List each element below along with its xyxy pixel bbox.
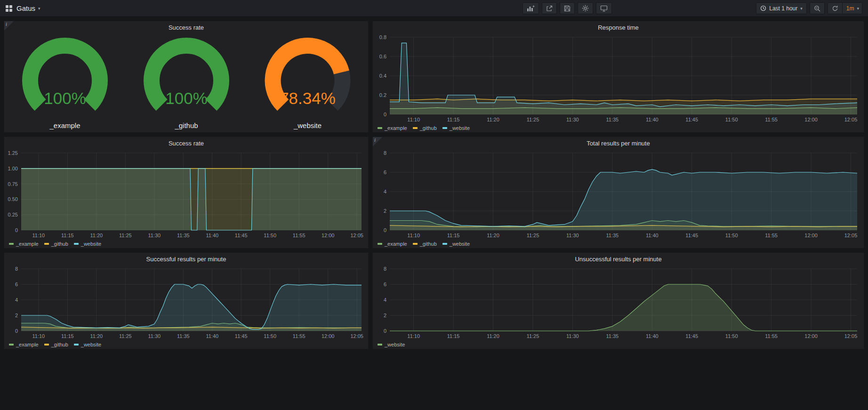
svg-text:11:35: 11:35 [606,333,619,339]
share-icon [546,5,553,12]
refresh-button[interactable]: 1m ▾ [828,2,862,14]
time-range-button[interactable]: Last 1 hour ▾ [756,2,807,14]
legend-swatch [378,243,382,245]
legend-item[interactable]: _example [9,342,39,347]
chart-svg: 0246811:1011:1511:2011:2511:3011:3511:40… [373,265,864,340]
svg-text:11:10: 11:10 [407,117,420,122]
add-panel-button[interactable] [522,2,539,14]
legend-item[interactable]: _example [378,125,407,131]
legend-item[interactable]: _github [413,241,437,247]
svg-text:11:40: 11:40 [646,333,659,339]
navbar-left: Gatus ▾ [6,4,40,12]
svg-text:0.50: 0.50 [8,196,18,202]
zoom-out-button[interactable] [810,2,825,14]
gauge-chart: 100% [126,35,247,121]
panel-info-icon[interactable] [4,21,14,31]
svg-text:1.25: 1.25 [8,150,18,156]
legend-item[interactable]: _github [44,241,68,247]
legend-item[interactable]: _website [442,125,470,131]
svg-text:11:40: 11:40 [646,117,659,122]
svg-text:6: 6 [384,281,386,287]
panel-legend: _example_github_website [4,240,368,248]
svg-text:11:10: 11:10 [407,233,420,238]
refresh-interval-label[interactable]: 1m [842,2,854,14]
cycle-view-button[interactable] [596,2,612,14]
panel-legend: _example_github_website [373,124,864,132]
legend-item[interactable]: _github [44,342,68,347]
gauge-label: _example [49,121,80,129]
svg-text:12:00: 12:00 [804,117,818,122]
panel-title[interactable]: Successful results per minute [4,253,368,265]
panel-title-text: Success rate [169,140,204,147]
svg-text:2: 2 [384,313,386,318]
chart-total-results[interactable]: 0246811:1011:1511:2011:2511:3011:3511:40… [373,149,864,240]
svg-text:0: 0 [384,227,386,233]
chart-response-time[interactable]: 00.20.40.60.811:1011:1511:2011:2511:3011… [373,33,864,124]
svg-text:100%: 100% [165,89,208,107]
legend-item[interactable]: _website [378,342,405,347]
svg-text:78.34%: 78.34% [280,89,336,107]
settings-button[interactable] [578,2,593,14]
legend-swatch [9,243,14,245]
time-range-label: Last 1 hour [769,5,797,12]
legend-swatch [442,243,447,245]
chart-success-rate[interactable]: 00.250.500.751.001.2511:1011:1511:2011:2… [4,149,368,240]
chart-successful-results[interactable]: 0246811:1011:1511:2011:2511:3011:3511:40… [4,265,368,340]
legend-swatch [378,344,382,346]
gauge-svg: 100% [126,35,247,121]
svg-text:0.75: 0.75 [8,181,18,187]
gauge-example: 100% _example [4,35,126,132]
svg-text:11:40: 11:40 [646,233,659,238]
svg-text:12:00: 12:00 [321,333,335,339]
svg-text:11:20: 11:20 [90,233,103,238]
panel-title[interactable]: Total results per minute [373,137,864,149]
svg-text:0: 0 [384,328,386,334]
panel-title[interactable]: Success rate [4,21,368,33]
svg-text:0.2: 0.2 [379,92,386,98]
save-button[interactable] [560,2,575,14]
legend-item[interactable]: _website [74,241,101,247]
panel-title-text: Success rate [169,24,204,31]
svg-text:11:20: 11:20 [90,333,103,339]
panel-title[interactable]: Unsuccessful results per minute [373,253,864,265]
svg-text:11:10: 11:10 [32,333,45,339]
svg-text:11:20: 11:20 [487,333,499,339]
legend-item[interactable]: _example [378,241,407,247]
panel-title[interactable]: Response time [373,21,864,33]
legend-item[interactable]: _website [74,342,101,347]
svg-text:4: 4 [384,297,386,303]
svg-text:0: 0 [384,112,386,117]
dashboard-caret-icon[interactable]: ▾ [38,6,40,11]
legend-item[interactable]: _github [413,125,437,131]
legend-item[interactable]: _website [442,241,470,247]
svg-text:1.00: 1.00 [8,166,18,171]
svg-text:12:05: 12:05 [844,333,858,339]
legend-item[interactable]: _example [9,241,39,247]
save-icon [564,5,571,12]
svg-text:0.8: 0.8 [379,34,386,40]
panel-successful-results: Successful results per minute 0246811:10… [4,252,369,349]
chart-unsuccessful-results[interactable]: 0246811:1011:1511:2011:2511:3011:3511:40… [373,265,864,340]
panel-title[interactable]: Success rate [4,137,368,149]
panel-success-rate-gauges: Success rate 100% _example 100% _github … [4,21,369,133]
svg-text:11:20: 11:20 [487,117,499,122]
panel-info-icon[interactable] [373,137,382,146]
svg-text:11:45: 11:45 [235,333,248,339]
legend-swatch [442,127,447,129]
svg-text:11:15: 11:15 [61,233,74,238]
chart-svg: 00.250.500.751.001.2511:1011:1511:2011:2… [4,149,368,240]
dashboards-grid-icon[interactable] [6,5,12,12]
svg-text:11:50: 11:50 [264,333,276,339]
svg-text:11:25: 11:25 [119,333,132,339]
share-button[interactable] [542,2,557,14]
svg-text:0: 0 [15,227,18,233]
chart-svg: 0246811:1011:1511:2011:2511:3011:3511:40… [373,149,864,240]
svg-text:11:25: 11:25 [119,233,132,238]
svg-text:11:25: 11:25 [527,117,539,122]
clock-icon [760,5,766,11]
svg-text:11:45: 11:45 [685,117,698,122]
svg-text:6: 6 [384,169,386,175]
refresh-caret-icon: ▾ [857,6,859,11]
svg-text:11:25: 11:25 [527,333,539,339]
dashboard-title[interactable]: Gatus [16,4,35,12]
